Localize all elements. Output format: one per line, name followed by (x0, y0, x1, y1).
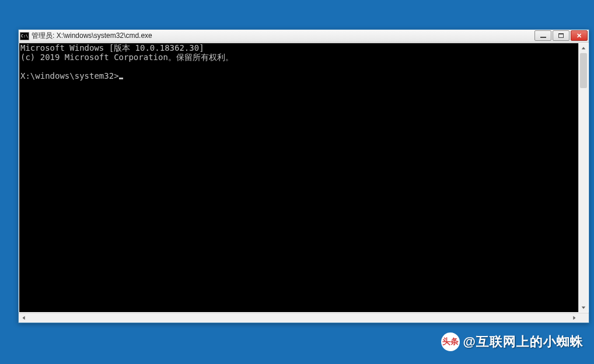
chevron-right-icon (572, 316, 576, 320)
maximize-button[interactable] (553, 30, 569, 41)
horizontal-scrollbar[interactable] (19, 313, 589, 323)
console-body: Microsoft Windows [版本 10.0.18362.30] (c)… (19, 43, 589, 313)
watermark: 头条 @互联网上的小蜘蛛 (441, 332, 583, 351)
scroll-track[interactable] (579, 53, 588, 302)
scroll-up-button[interactable] (579, 43, 588, 53)
chevron-up-icon (581, 46, 586, 51)
hscroll-track[interactable] (29, 313, 569, 323)
console-prompt: X:\windows\system32> (20, 71, 119, 80)
scroll-left-button[interactable] (19, 313, 29, 323)
watermark-text: @互联网上的小蜘蛛 (463, 333, 583, 351)
watermark-logo-text: 头条 (442, 337, 459, 347)
scrollbar-corner (579, 313, 589, 323)
chevron-down-icon (581, 305, 586, 310)
maximize-icon (558, 33, 564, 38)
close-icon: ✕ (576, 32, 582, 40)
console-line: Microsoft Windows [版本 10.0.18362.30] (20, 43, 204, 52)
cursor (119, 78, 123, 79)
cmd-icon-text: C:\ (21, 34, 29, 38)
window-controls: ✕ (534, 30, 588, 41)
console-line: (c) 2019 Microsoft Corporation。保留所有权利。 (20, 52, 233, 62)
chevron-left-icon (22, 316, 26, 320)
close-button[interactable]: ✕ (571, 30, 588, 41)
vertical-scrollbar[interactable] (578, 43, 588, 312)
minimize-icon (540, 37, 546, 38)
scroll-down-button[interactable] (579, 302, 588, 312)
cmd-icon: C:\ (20, 32, 29, 40)
console-output[interactable]: Microsoft Windows [版本 10.0.18362.30] (c)… (19, 43, 578, 312)
cmd-window: C:\ 管理员: X:\windows\system32\cmd.exe ✕ M… (18, 29, 589, 323)
watermark-logo: 头条 (441, 332, 460, 351)
minimize-button[interactable] (534, 30, 551, 41)
scroll-right-button[interactable] (569, 313, 579, 323)
scroll-thumb[interactable] (580, 53, 587, 88)
window-title: 管理员: X:\windows\system32\cmd.exe (32, 31, 152, 41)
titlebar[interactable]: C:\ 管理员: X:\windows\system32\cmd.exe ✕ (19, 30, 589, 43)
